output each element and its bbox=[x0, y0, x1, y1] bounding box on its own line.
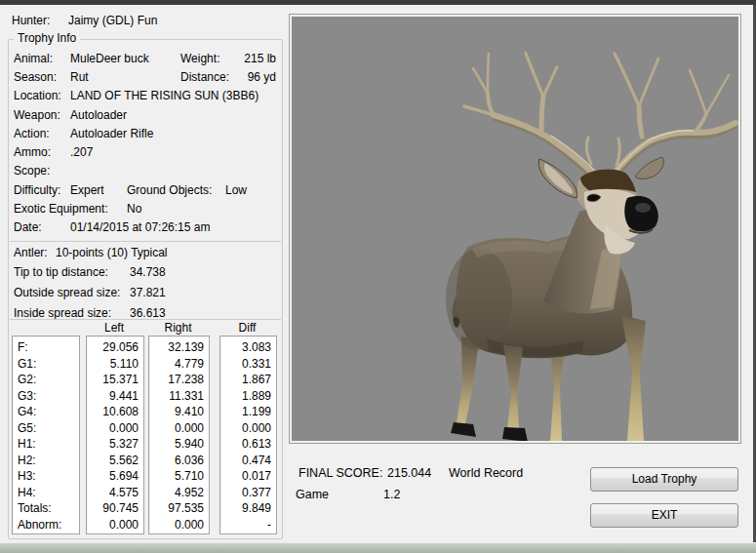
outside-spread-label: Outside spread size: bbox=[14, 287, 120, 299]
measure-right-value: 0.000 bbox=[149, 420, 209, 437]
measure-right-value: 0.000 bbox=[149, 517, 209, 533]
window-bottom-edge bbox=[0, 542, 756, 553]
game-version: 1.2 bbox=[383, 489, 400, 501]
animal-value: MuleDeer buck bbox=[70, 53, 149, 65]
measure-row-label: H3: bbox=[13, 468, 79, 485]
measure-diff-value: - bbox=[220, 517, 276, 533]
measure-labels-box: F: G1: G2: G3: G4: G5: H1: H2: H3: H4: T… bbox=[12, 336, 80, 534]
season-label: Season: bbox=[14, 71, 57, 84]
measure-diff-value: 1.889 bbox=[220, 388, 276, 405]
measure-right-value: 9.410 bbox=[149, 404, 209, 420]
location-value: LAND OF THE RISING SUN (3BB6) bbox=[70, 90, 259, 102]
measure-left-value: 9.441 bbox=[87, 388, 143, 405]
deer-antlers bbox=[464, 52, 737, 181]
hunter-value: Jaimy (GDL) Fun bbox=[68, 15, 157, 27]
tip-to-tip-value: 34.738 bbox=[130, 266, 166, 279]
measure-right-value: 5.940 bbox=[149, 436, 209, 453]
measure-right-value: 5.710 bbox=[149, 468, 209, 485]
measure-row-label: H1: bbox=[13, 436, 79, 453]
measure-right-value: 4.779 bbox=[149, 356, 209, 373]
load-trophy-button[interactable]: Load Trophy bbox=[590, 467, 738, 492]
measure-right-value: 97.535 bbox=[149, 500, 209, 517]
measure-right-value: 32.139 bbox=[149, 339, 209, 356]
measure-right-value: 6.036 bbox=[149, 453, 209, 469]
measure-diff-value: 0.377 bbox=[220, 485, 276, 501]
measure-right-value: 11.331 bbox=[149, 388, 209, 405]
ground-objects-label: Ground Objects: bbox=[127, 184, 212, 197]
tip-to-tip-label: Tip to tip distance: bbox=[14, 266, 108, 279]
measure-right-value: 17.238 bbox=[149, 372, 209, 388]
measure-left-value: 5.327 bbox=[87, 436, 143, 453]
weight-label: Weight: bbox=[180, 53, 219, 65]
exotic-equipment-label: Exotic Equipment: bbox=[14, 203, 108, 216]
deer-nose bbox=[624, 196, 658, 232]
measure-row-label: Totals: bbox=[13, 500, 79, 517]
column-header-left: Left bbox=[86, 322, 142, 335]
difficulty-value: Expert bbox=[70, 184, 104, 197]
trophy-info-group-label: Trophy Info bbox=[14, 32, 80, 45]
animal-label: Animal: bbox=[14, 53, 53, 65]
outside-spread-value: 37.821 bbox=[130, 287, 166, 299]
measure-left-value: 0.000 bbox=[87, 517, 143, 533]
deer-rump-shading bbox=[446, 249, 512, 350]
column-header-diff: Diff bbox=[219, 322, 275, 335]
measure-left-value: 5.694 bbox=[87, 468, 143, 485]
exit-button[interactable]: EXIT bbox=[590, 503, 738, 528]
measure-diff-value: 0.331 bbox=[220, 356, 276, 373]
date-label: Date: bbox=[14, 221, 42, 234]
trophy-viewer-window: Hunter: Jaimy (GDL) Fun Trophy Info Anim… bbox=[0, 0, 756, 553]
measure-row-label: Abnorm: bbox=[13, 517, 79, 533]
measure-left-value: 10.608 bbox=[87, 404, 143, 420]
season-value: Rut bbox=[70, 71, 89, 84]
measure-left-value: 5.110 bbox=[87, 356, 143, 373]
measure-row-label: G1: bbox=[13, 356, 79, 373]
scope-label: Scope: bbox=[14, 165, 50, 178]
measure-diff-box: 3.083 0.331 1.867 1.889 1.199 0.000 0.61… bbox=[219, 336, 277, 534]
action-label: Action: bbox=[14, 128, 50, 140]
measure-diff-value: 1.199 bbox=[220, 404, 276, 420]
measure-diff-value: 0.000 bbox=[220, 420, 276, 437]
location-label: Location: bbox=[14, 90, 61, 102]
deer-rear-near-leg bbox=[503, 344, 523, 429]
measure-row-label: G5: bbox=[13, 420, 79, 437]
window-top-edge bbox=[0, 0, 756, 5]
measure-left-value: 15.371 bbox=[87, 372, 143, 388]
measure-left-value: 4.575 bbox=[87, 485, 143, 501]
measure-right-box: 32.139 4.779 17.238 11.331 9.410 0.000 5… bbox=[148, 336, 210, 534]
deer-hoof bbox=[502, 427, 528, 441]
game-label: Game bbox=[296, 489, 329, 501]
antler-type: 10-points (10) Typical bbox=[56, 247, 168, 259]
measure-row-label: H4: bbox=[13, 485, 79, 501]
world-record-badge: World Record bbox=[449, 467, 523, 480]
separator bbox=[10, 241, 281, 242]
deer-hoof bbox=[451, 422, 476, 437]
deer-render bbox=[292, 17, 738, 441]
distance-label: Distance: bbox=[180, 71, 229, 84]
deer-nose-highlight bbox=[635, 203, 651, 213]
final-score-label: FINAL SCORE: bbox=[298, 467, 382, 480]
date-value: 01/14/2015 at 07:26:15 am bbox=[70, 221, 210, 234]
separator bbox=[10, 319, 281, 320]
trophy-3d-viewport[interactable] bbox=[290, 15, 740, 443]
measure-left-value: 29.056 bbox=[87, 339, 143, 356]
measure-right-value: 4.952 bbox=[149, 485, 209, 501]
measure-row-label: H2: bbox=[13, 453, 79, 469]
measure-row-label: G4: bbox=[13, 404, 79, 420]
measure-diff-value: 0.613 bbox=[220, 436, 276, 453]
measure-diff-value: 9.849 bbox=[220, 500, 276, 517]
ground-objects-value: Low bbox=[225, 184, 247, 197]
antler-label: Antler: bbox=[14, 247, 48, 259]
measure-row-label: G2: bbox=[13, 372, 79, 388]
measure-diff-value: 1.867 bbox=[220, 372, 276, 388]
measure-row-label: F: bbox=[13, 339, 79, 356]
exotic-equipment-value: No bbox=[127, 203, 141, 216]
difficulty-label: Difficulty: bbox=[14, 184, 60, 197]
measure-left-value: 0.000 bbox=[87, 420, 143, 437]
weapon-value: Autoloader bbox=[70, 109, 127, 122]
measure-row-label: G3: bbox=[13, 388, 79, 405]
ammo-label: Ammo: bbox=[14, 146, 51, 159]
column-header-right: Right bbox=[148, 322, 208, 335]
measure-left-value: 90.745 bbox=[87, 500, 143, 517]
distance-value: 96 yd bbox=[224, 71, 276, 84]
measure-left-box: 29.056 5.110 15.371 9.441 10.608 0.000 5… bbox=[86, 336, 144, 534]
